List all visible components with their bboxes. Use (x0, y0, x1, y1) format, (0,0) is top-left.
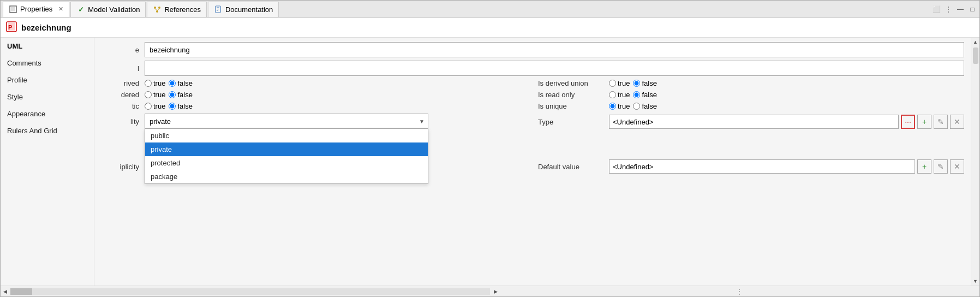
is-unique-false-radio[interactable] (633, 103, 640, 110)
title-bar: P bezeichnung (1, 18, 979, 38)
title-icon: P (6, 21, 17, 34)
visibility-row: lity private ▼ public private protected (101, 114, 964, 129)
is-derived-union-false-label[interactable]: false (633, 79, 656, 87)
sidebar: UML Comments Profile Style Appearance Ru… (1, 38, 94, 286)
static-radio-group: true false (145, 102, 193, 110)
visibility-label: lity (101, 117, 145, 126)
type-edit-button[interactable]: ✎ (934, 115, 948, 129)
dropdown-option-package[interactable]: package (145, 170, 428, 183)
blank-value (145, 61, 964, 76)
main-content: UML Comments Profile Style Appearance Ru… (1, 38, 979, 286)
is-unique-false-label[interactable]: false (633, 102, 656, 110)
type-delete-button[interactable]: ✕ (950, 115, 964, 129)
dropdown-option-private[interactable]: private (145, 142, 428, 156)
svg-rect-1 (11, 7, 15, 11)
more-options-button[interactable]: ⋮ (943, 4, 953, 14)
is-derived-union-true-label[interactable]: true (609, 79, 630, 87)
dropdown-option-public[interactable]: public (145, 129, 428, 142)
tab-bar-actions: ⬜ ⋮ — □ (931, 4, 977, 14)
scroll-up-arrow[interactable]: ▲ (971, 38, 980, 46)
static-left: tic true false (101, 102, 527, 110)
sidebar-item-profile[interactable]: Profile (1, 72, 94, 88)
ordered-false-label[interactable]: false (169, 91, 192, 99)
visibility-selected-value: private (150, 117, 171, 126)
default-value-add-button[interactable]: + (917, 159, 931, 174)
ordered-label: dered (101, 91, 145, 99)
doc-icon (214, 5, 223, 14)
default-value-right: Default value + ✎ ✕ (538, 159, 964, 174)
maximize-button[interactable]: □ (967, 4, 977, 14)
derived-row: rived true false Is deri (101, 79, 964, 87)
sidebar-item-appearance[interactable]: Appearance (1, 105, 94, 122)
tab-properties[interactable]: Properties ✕ (3, 2, 69, 17)
is-derived-union-false-radio[interactable] (633, 80, 640, 87)
derived-true-label[interactable]: true (145, 79, 165, 87)
default-value-delete-button[interactable]: ✕ (950, 159, 964, 174)
static-false-radio[interactable] (169, 103, 176, 110)
derived-false-radio[interactable] (169, 80, 176, 87)
name-input[interactable] (145, 42, 964, 57)
default-value-edit-button[interactable]: ✎ (934, 159, 948, 174)
h-scroll-thumb[interactable] (10, 288, 32, 295)
ordered-false-radio[interactable] (169, 91, 176, 98)
svg-line-5 (155, 9, 157, 10)
type-ellipsis-button[interactable]: ··· (901, 115, 915, 129)
h-scroll-right-arrow[interactable]: ▶ (491, 286, 500, 297)
static-row: tic true false Is unique (101, 102, 964, 110)
svg-point-2 (154, 7, 156, 9)
svg-point-3 (158, 7, 160, 9)
panel-content: e l rived (94, 38, 971, 286)
ordered-true-radio[interactable] (145, 91, 152, 98)
name-label: e (101, 46, 145, 54)
is-read-only-true-label[interactable]: true (609, 91, 630, 99)
type-label: Type (538, 118, 609, 126)
ordered-left: dered true false (101, 91, 527, 99)
h-scroll-track (10, 288, 490, 295)
blank-input[interactable] (145, 61, 964, 76)
is-read-only-false-radio[interactable] (633, 91, 640, 98)
name-value (145, 42, 964, 57)
tab-references[interactable]: References (147, 2, 206, 17)
ordered-true-label[interactable]: true (145, 91, 165, 99)
sidebar-item-style[interactable]: Style (1, 88, 94, 105)
tab-documentation[interactable]: Documentation (208, 2, 279, 17)
model-validation-icon: ✓ (76, 5, 85, 14)
type-add-button[interactable]: + (917, 115, 931, 129)
visibility-dropdown[interactable]: private ▼ (145, 114, 428, 129)
static-true-label[interactable]: true (145, 102, 165, 110)
sidebar-section-uml: UML (1, 38, 94, 55)
scroll-down-arrow[interactable]: ▼ (971, 277, 980, 286)
static-false-label[interactable]: false (169, 102, 192, 110)
svg-text:P: P (8, 24, 12, 31)
is-unique-true-label[interactable]: true (609, 102, 630, 110)
scroll-thumb[interactable] (973, 47, 978, 64)
is-read-only-right: Is read only true false (538, 91, 964, 99)
sidebar-item-rulers-and-grid[interactable]: Rulers And Grid (1, 122, 94, 139)
ordered-row: dered true false Is read (101, 91, 964, 99)
dropdown-option-protected[interactable]: protected (145, 156, 428, 170)
is-read-only-true-radio[interactable] (609, 91, 616, 98)
derived-true-radio[interactable] (145, 80, 152, 87)
tab-model-validation[interactable]: ✓ Model Validation (70, 2, 146, 17)
tab-properties-close[interactable]: ✕ (58, 5, 63, 13)
is-derived-union-right: Is derived union true false (538, 79, 964, 87)
detach-button[interactable]: ⬜ (931, 4, 941, 14)
is-read-only-false-label[interactable]: false (633, 91, 656, 99)
static-label: tic (101, 102, 145, 110)
is-unique-true-radio[interactable] (609, 103, 616, 110)
static-true-radio[interactable] (145, 103, 152, 110)
h-scroll-left-arrow[interactable]: ◀ (1, 286, 9, 297)
minimize-button[interactable]: — (955, 4, 965, 14)
vertical-scrollbar: ▲ ▼ (971, 38, 979, 286)
is-derived-union-radio-group: true false (609, 79, 657, 87)
sidebar-item-comments[interactable]: Comments (1, 55, 94, 72)
properties-tab-icon (9, 5, 17, 14)
default-value-input[interactable] (609, 159, 915, 174)
references-icon (153, 5, 162, 14)
blank-label: l (101, 64, 145, 73)
is-derived-union-true-radio[interactable] (609, 80, 616, 87)
svg-point-4 (156, 10, 158, 13)
main-window: Properties ✕ ✓ Model Validation Referenc… (0, 0, 980, 297)
type-input[interactable] (609, 115, 899, 129)
derived-false-label[interactable]: false (169, 79, 192, 87)
